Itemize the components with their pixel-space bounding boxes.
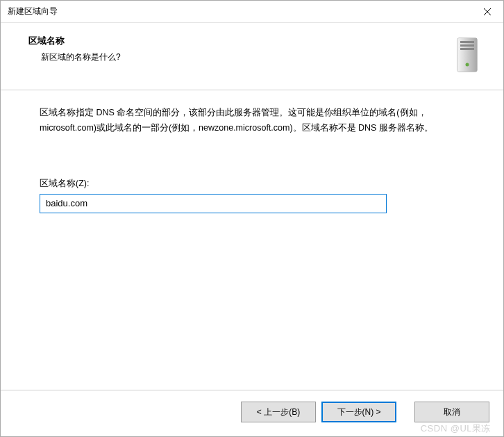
svg-rect-5 — [460, 44, 474, 47]
wizard-header: 区域名称 新区域的名称是什么? — [1, 23, 503, 90]
back-button[interactable]: < 上一步(B) — [241, 402, 316, 422]
server-icon — [451, 35, 484, 74]
window-title: 新建区域向导 — [8, 6, 58, 17]
cancel-button[interactable]: 取消 — [414, 402, 489, 422]
wizard-footer: < 上一步(B) 下一步(N) > 取消 CSDN @UL果冻 — [1, 390, 503, 436]
close-icon — [484, 8, 491, 15]
titlebar: 新建区域向导 — [1, 1, 503, 23]
input-section: 区域名称(Z): — [40, 178, 464, 213]
wizard-window: 新建区域向导 区域名称 新区域的名称是什么? — [0, 0, 504, 437]
close-button[interactable] — [471, 1, 503, 23]
page-subtitle: 新区域的名称是什么? — [28, 51, 444, 63]
svg-rect-3 — [457, 38, 477, 72]
page-title: 区域名称 — [28, 35, 444, 47]
svg-point-7 — [466, 63, 469, 67]
watermark: CSDN @UL果冻 — [421, 422, 491, 435]
svg-rect-4 — [460, 41, 474, 43]
svg-rect-6 — [460, 48, 474, 50]
wizard-content: 区域名称指定 DNS 命名空间的部分，该部分由此服务器管理。这可能是你组织单位的… — [1, 90, 503, 390]
header-text: 区域名称 新区域的名称是什么? — [28, 35, 444, 63]
next-button[interactable]: 下一步(N) > — [321, 402, 396, 422]
zone-name-input[interactable] — [40, 194, 387, 213]
description-text: 区域名称指定 DNS 命名空间的部分，该部分由此服务器管理。这可能是你组织单位的… — [40, 106, 464, 136]
zone-name-label: 区域名称(Z): — [40, 178, 464, 190]
